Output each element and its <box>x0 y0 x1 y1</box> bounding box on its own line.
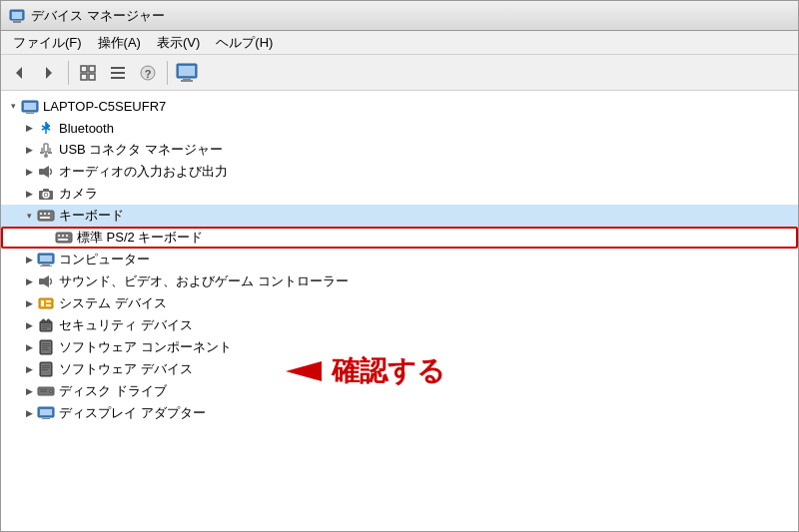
display-label: ディスプレイ アダプター <box>59 404 206 422</box>
svg-rect-76 <box>40 409 52 415</box>
svg-rect-67 <box>42 365 50 366</box>
monitor-button[interactable] <box>173 59 201 87</box>
menu-action[interactable]: 操作(A) <box>90 32 149 54</box>
software-dev-expand-icon[interactable]: ▶ <box>21 361 37 377</box>
title-bar-text: デバイス マネージャー <box>31 7 165 25</box>
computer-label: コンピューター <box>59 251 150 268</box>
system-expand-icon[interactable]: ▶ <box>21 295 37 311</box>
keyboard-child-wrapper: ▶ 標準 PS/2 キーボード <box>1 227 798 249</box>
root-label: LAPTOP-C5SEUFR7 <box>43 99 166 114</box>
tree-item-usb[interactable]: ▶ USB コネクタ マネージャー <box>1 139 798 161</box>
svg-rect-46 <box>40 266 52 266</box>
tree-item-computer[interactable]: ▶ コンピューター <box>1 249 798 270</box>
svg-text:?: ? <box>145 68 152 80</box>
menu-file[interactable]: ファイル(F) <box>5 32 90 54</box>
svg-rect-10 <box>111 72 125 74</box>
svg-rect-57 <box>42 326 50 327</box>
svg-rect-33 <box>38 211 54 221</box>
computer-expand-icon[interactable]: ▶ <box>21 252 37 267</box>
tree-item-keyboard-child[interactable]: ▶ 標準 PS/2 キーボード <box>1 227 798 249</box>
title-bar: デバイス マネージャー <box>1 1 798 31</box>
svg-rect-69 <box>42 369 48 370</box>
svg-rect-27 <box>48 152 52 154</box>
software-comp-expand-icon[interactable]: ▶ <box>21 339 37 355</box>
help-button[interactable]: ? <box>134 59 162 87</box>
svg-rect-56 <box>42 324 50 325</box>
bluetooth-icon <box>37 119 55 137</box>
svg-rect-19 <box>24 103 36 110</box>
svg-rect-35 <box>44 213 46 215</box>
tree-item-display[interactable]: ▶ ディスプレイ アダプター <box>1 402 798 424</box>
tree-item-camera[interactable]: ▶ カメラ <box>1 183 798 205</box>
keyboard-category-icon <box>37 207 55 225</box>
display-icon <box>37 404 55 422</box>
svg-marker-3 <box>16 67 22 79</box>
disk-expand-icon[interactable]: ▶ <box>21 383 37 399</box>
toolbar-separator-2 <box>167 61 168 85</box>
computer-icon <box>37 251 55 268</box>
svg-rect-37 <box>40 217 50 219</box>
back-button[interactable] <box>5 59 33 87</box>
audio-icon <box>37 163 55 181</box>
tree-item-audio[interactable]: ▶ オーディオの入力および出力 <box>1 161 798 183</box>
audio-expand-icon[interactable]: ▶ <box>21 164 37 180</box>
root-expand-icon[interactable]: ▾ <box>5 98 21 114</box>
tree-item-bluetooth[interactable]: ▶ Bluetooth <box>1 117 798 139</box>
system-label: システム デバイス <box>59 294 167 312</box>
svg-point-23 <box>44 154 48 158</box>
device-manager-window: デバイス マネージャー ファイル(F) 操作(A) 表示(V) ヘルプ(H) <box>0 0 799 532</box>
menu-bar: ファイル(F) 操作(A) 表示(V) ヘルプ(H) <box>1 31 798 55</box>
camera-expand-icon[interactable]: ▶ <box>21 186 37 202</box>
tree-item-system[interactable]: ▶ システム デバイス <box>1 292 798 314</box>
sound-icon <box>37 272 55 290</box>
svg-rect-26 <box>40 152 44 154</box>
svg-rect-77 <box>42 418 50 419</box>
svg-rect-68 <box>42 367 50 368</box>
svg-rect-41 <box>66 235 68 237</box>
menu-help[interactable]: ヘルプ(H) <box>208 32 281 54</box>
display-expand-icon[interactable]: ▶ <box>21 405 37 421</box>
svg-rect-74 <box>40 391 47 392</box>
svg-rect-54 <box>47 319 50 323</box>
keyboard-child-icon <box>55 229 73 247</box>
bluetooth-expand-icon[interactable]: ▶ <box>21 120 37 136</box>
toolbar: ? <box>1 55 798 91</box>
svg-rect-34 <box>40 213 42 215</box>
sound-expand-icon[interactable]: ▶ <box>21 273 37 289</box>
forward-button[interactable] <box>35 59 63 87</box>
svg-rect-39 <box>58 235 60 237</box>
keyboard-expand-icon[interactable]: ▾ <box>21 208 37 224</box>
menu-view[interactable]: 表示(V) <box>149 32 208 54</box>
svg-rect-36 <box>48 213 50 215</box>
svg-rect-63 <box>42 347 48 348</box>
tree-item-sound[interactable]: ▶ サウンド、ビデオ、およびゲーム コントローラー <box>1 270 798 292</box>
disk-icon <box>37 382 55 400</box>
tree-item-keyboard[interactable]: ▾ キーボード <box>1 205 798 227</box>
svg-rect-17 <box>181 80 193 82</box>
usb-icon <box>37 141 55 159</box>
svg-marker-4 <box>46 67 52 79</box>
svg-rect-7 <box>81 74 87 80</box>
security-icon <box>37 316 55 334</box>
svg-rect-42 <box>58 239 68 241</box>
toolbar-separator-1 <box>68 61 69 85</box>
svg-rect-15 <box>179 66 195 76</box>
svg-rect-47 <box>39 278 44 284</box>
svg-rect-44 <box>40 256 52 262</box>
usb-expand-icon[interactable]: ▶ <box>21 142 37 158</box>
tree-content[interactable]: ▾ LAPTOP-C5SEUFR7 ▶ <box>1 91 798 531</box>
tree-item-security[interactable]: ▶ セキュリティ デバイス <box>1 314 798 336</box>
svg-rect-32 <box>43 189 49 192</box>
tree-item-software-comp[interactable]: ▶ ソフトウェア コンポーネント <box>1 336 798 358</box>
tree-item-disk[interactable]: ▶ ディスク ドライブ <box>1 380 798 402</box>
view-grid-button[interactable] <box>74 59 102 87</box>
security-label: セキュリティ デバイス <box>59 316 193 334</box>
svg-rect-21 <box>44 144 48 152</box>
svg-rect-8 <box>89 74 95 80</box>
tree-root[interactable]: ▾ LAPTOP-C5SEUFR7 <box>1 95 798 117</box>
security-expand-icon[interactable]: ▶ <box>21 317 37 333</box>
svg-rect-61 <box>42 343 50 344</box>
tree-item-software-dev[interactable]: ▶ ソフトウェア デバイス <box>1 358 798 380</box>
software-comp-label: ソフトウェア コンポーネント <box>59 338 232 356</box>
view-list-button[interactable] <box>104 59 132 87</box>
